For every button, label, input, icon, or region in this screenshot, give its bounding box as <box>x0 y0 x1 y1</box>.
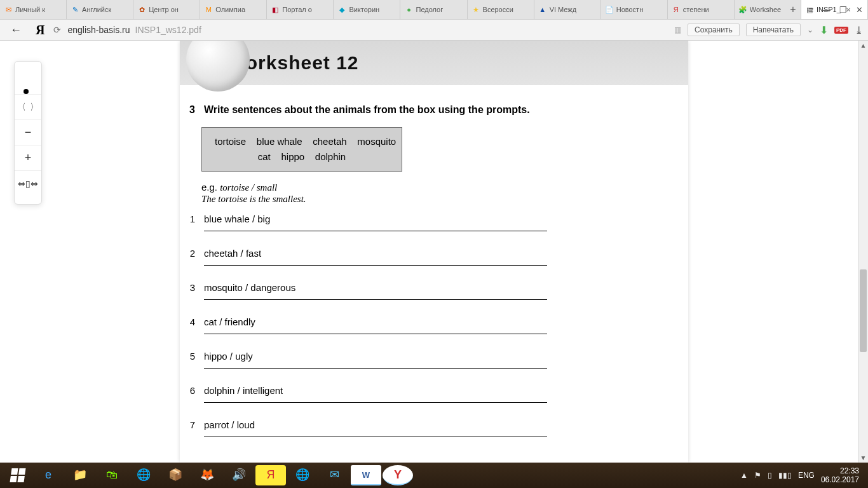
vertical-scrollbar[interactable]: ▲ ▼ <box>858 41 868 463</box>
answer-blank-line <box>204 231 547 231</box>
tray-battery-icon[interactable]: ▯ <box>768 471 772 480</box>
taskbar-app-ie[interactable]: e <box>33 465 64 485</box>
prev-page-icon[interactable]: 〈 <box>17 102 26 113</box>
fit-width-button[interactable]: ⇔▯⇔ <box>15 171 41 196</box>
taskbar-app-firefox[interactable]: 🦊 <box>192 465 222 485</box>
taskbar-app-word[interactable]: W <box>351 465 381 485</box>
save-button[interactable]: Сохранить <box>688 24 740 36</box>
tab-label: Викторин <box>349 6 379 13</box>
tab-favicon-icon: ✉ <box>4 5 13 14</box>
reload-button[interactable]: ⟳ <box>53 25 61 35</box>
taskbar-app-chrome-2[interactable]: 🌐 <box>287 465 318 485</box>
window-frame-controls: + ≡ — ❐ ✕ <box>782 0 868 19</box>
question-prompt: blue whale / big <box>204 214 663 224</box>
browser-tab[interactable]: ◧Портал о <box>267 0 334 19</box>
exercise-heading: 3 Write sentences about the animals from… <box>186 104 663 116</box>
url-path: INSP1_ws12.pdf <box>135 25 201 35</box>
taskbar-app-yandex-browser[interactable]: Y <box>383 465 413 485</box>
url-host: english-basis.ru <box>67 25 130 35</box>
tray-flag-icon[interactable]: ⚑ <box>754 471 761 480</box>
question-number: 7 <box>186 419 195 437</box>
scroll-up-arrow-icon[interactable]: ▲ <box>858 42 868 49</box>
scrollbar-thumb[interactable] <box>860 269 867 352</box>
tray-language[interactable]: ENG <box>798 471 815 480</box>
dropdown-icon[interactable]: ⌄ <box>807 25 813 34</box>
download-arrow-icon[interactable]: ⬇ <box>820 24 828 36</box>
browser-tab[interactable]: ✎Английск <box>67 0 133 19</box>
answer-blank-line <box>204 437 547 437</box>
tray-network-icon[interactable]: ▮▮▯ <box>778 471 792 480</box>
question-prompt: dolphin / intelligent <box>204 385 663 396</box>
browser-tab[interactable]: ✉Личный к <box>0 0 67 19</box>
taskbar-app-explorer[interactable]: 📁 <box>65 465 95 485</box>
print-button[interactable]: Напечатать <box>746 24 801 36</box>
browser-tab[interactable]: 📄Новостн <box>601 0 668 19</box>
browser-tab[interactable]: Ястепени <box>668 0 735 19</box>
tab-favicon-icon: ✎ <box>71 5 79 14</box>
minimize-button[interactable]: — <box>822 5 831 15</box>
tab-favicon-icon: 📄 <box>605 5 614 14</box>
question-item: 1blue whale / big <box>186 214 663 231</box>
tab-label: Английск <box>82 6 111 13</box>
close-window-button[interactable]: ✕ <box>856 5 863 15</box>
tray-up-arrow-icon[interactable]: ▲ <box>740 471 748 480</box>
shield-icon[interactable]: ▥ <box>674 25 681 34</box>
question-prompt: cat / friendly <box>204 316 663 327</box>
question-number: 2 <box>186 248 195 266</box>
address-bar: ← Я ⟳ english-basis.ru INSP1_ws12.pdf ▥ … <box>0 19 868 41</box>
question-prompt: mosquito / dangerous <box>204 282 663 293</box>
question-number: 3 <box>186 282 195 300</box>
browser-tab[interactable]: ✿Центр он <box>133 0 200 19</box>
yandex-logo[interactable]: Я <box>33 23 47 37</box>
tab-favicon-icon: ◧ <box>271 5 280 14</box>
zoom-in-button[interactable]: + <box>15 146 41 171</box>
browser-tab[interactable]: ◆Викторин <box>334 0 400 19</box>
taskbar-app-yandex-search[interactable]: Я <box>255 465 286 485</box>
start-button[interactable] <box>4 465 32 485</box>
url-field[interactable]: english-basis.ru INSP1_ws12.pdf <box>67 25 668 35</box>
tray-clock[interactable]: 22:33 06.02.2017 <box>821 466 859 485</box>
tab-label: Педолог <box>416 6 443 13</box>
taskbar-app-store[interactable]: 🛍 <box>97 465 127 485</box>
question-number: 6 <box>186 385 195 403</box>
question-prompt: cheetah / fast <box>204 248 663 259</box>
taskbar-app-unknown-1[interactable]: 📦 <box>160 465 191 485</box>
tab-label: Центр он <box>149 6 179 13</box>
zoom-out-button[interactable]: − <box>15 120 41 146</box>
worksheet-header: Worksheet 12 <box>180 41 688 85</box>
taskbar-app-mail[interactable]: ✉ <box>319 465 349 485</box>
answer-blank-line <box>204 402 547 403</box>
taskbar-app-sound[interactable]: 🔊 <box>224 465 254 485</box>
pdf-viewport[interactable]: Worksheet 12 3 Write sentences about the… <box>0 41 868 463</box>
address-bar-right: ▥ Сохранить Напечатать ⌄ ⬇ PDF ⤓ <box>674 24 863 36</box>
taskbar-app-chrome-1[interactable]: 🌐 <box>128 465 159 485</box>
tab-label: Олимпиа <box>215 6 245 13</box>
example-prompt: tortoise / small <box>220 182 277 193</box>
word-box: tortoise blue whale cheetah mosquito cat… <box>201 127 402 172</box>
browser-tab[interactable]: МОлимпиа <box>200 0 267 19</box>
tab-favicon-icon: ★ <box>471 5 480 14</box>
scroll-down-arrow-icon[interactable]: ▼ <box>858 454 868 461</box>
system-tray: ▲ ⚑ ▯ ▮▮▯ ENG 22:33 06.02.2017 <box>740 466 864 485</box>
new-tab-button[interactable]: + <box>782 4 804 15</box>
question-item: 2cheetah / fast <box>186 248 663 266</box>
question-prompt: parrot / loud <box>204 419 663 430</box>
menu-icon[interactable]: ≡ <box>808 5 813 15</box>
pdf-nav-buttons[interactable]: 〈〉 <box>15 95 41 120</box>
browser-tab[interactable]: ▲VI Межд <box>534 0 601 19</box>
question-item: 7parrot / loud <box>186 419 663 437</box>
browser-tab[interactable]: ●Педолог <box>400 0 467 19</box>
download-icon[interactable]: ⤓ <box>855 24 863 36</box>
next-page-icon[interactable]: 〉 <box>30 102 39 113</box>
maximize-button[interactable]: ❐ <box>839 5 847 15</box>
browser-tab[interactable]: ★Всеросси <box>468 0 534 19</box>
question-item: 3mosquito / dangerous <box>186 282 663 300</box>
back-button[interactable]: ← <box>5 24 27 37</box>
document-body: 3 Write sentences about the animals from… <box>180 104 688 463</box>
example-answer: The tortoise is the smallest. <box>201 194 306 204</box>
tab-favicon-icon: ✿ <box>137 5 146 14</box>
pdf-page-indicator[interactable] <box>15 69 41 95</box>
tab-label: Всеросси <box>483 6 513 13</box>
question-number: 4 <box>186 316 195 334</box>
question-list: 1blue whale / big2cheetah / fast3mosquit… <box>186 214 663 437</box>
